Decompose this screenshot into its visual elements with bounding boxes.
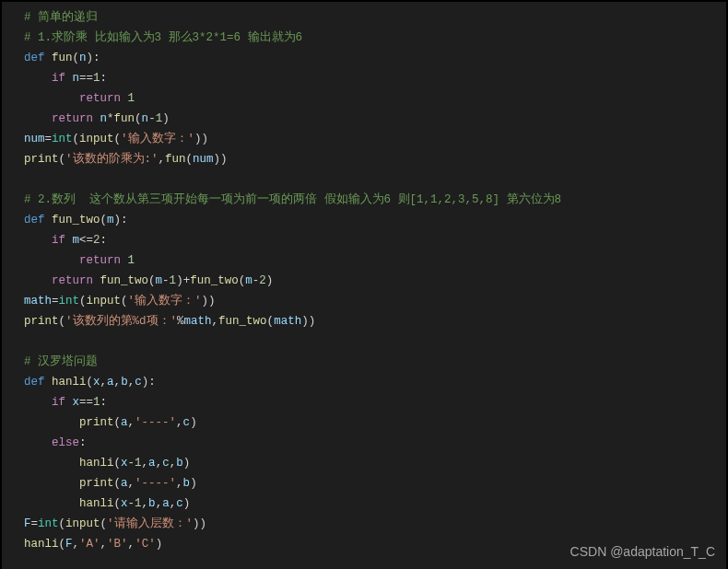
string: 'C' [135, 538, 156, 551]
param: n [79, 52, 87, 64]
func-call: hanli [79, 497, 114, 510]
code-line: if x==1: [24, 392, 726, 412]
builtin-print: print [24, 315, 59, 328]
builtin-int: int [52, 133, 73, 145]
kw-def: def [24, 214, 45, 226]
code-line: print(a,'----',b) [24, 473, 726, 494]
code-line: def fun_two(m): [24, 210, 726, 230]
string: '该数的阶乘为:' [65, 153, 159, 166]
number: 1 [128, 254, 135, 267]
var: b [183, 477, 191, 490]
func-call: fun [165, 153, 186, 166]
kw-def: def [24, 52, 45, 64]
kw-return: return [52, 112, 93, 125]
code-line: def hanli(x,a,b,c): [24, 372, 726, 392]
kw-if: if [52, 396, 65, 409]
func-call: hanli [24, 538, 59, 551]
func-call: fun_two [100, 274, 149, 287]
code-line: # 2.数列 这个数从第三项开始每一项为前一项的两倍 假如输入为6 则[1,1,… [24, 190, 726, 210]
number: 1 [135, 457, 142, 470]
var: math [184, 315, 212, 328]
comment: # 简单的递归 [24, 11, 98, 24]
code-line: print(a,'----',c) [24, 412, 726, 433]
var: b [148, 497, 156, 510]
string: '输入数字：' [128, 295, 202, 308]
number: 1 [135, 497, 142, 510]
number: 1 [93, 396, 100, 409]
number: 1 [128, 92, 135, 105]
var: F [24, 517, 31, 530]
kw-if: if [52, 234, 65, 247]
var: num [193, 153, 214, 166]
code-line: return 1 [24, 88, 726, 109]
var: num [24, 133, 45, 145]
func-name: fun_two [52, 214, 100, 226]
code-line: return fun_two(m-1)+fun_two(m-2) [24, 271, 726, 291]
var: c [176, 497, 183, 510]
var: a [162, 497, 170, 510]
builtin-print: print [79, 477, 114, 490]
func-call: fun [114, 112, 135, 125]
blank-line [24, 331, 726, 352]
blank-line [24, 169, 726, 190]
code-line: hanli(x-1,b,a,c) [24, 494, 726, 514]
param: m [107, 214, 114, 226]
code-line: # 简单的递归 [24, 7, 726, 28]
kw-else: else [52, 436, 79, 449]
string: 'B' [107, 538, 128, 551]
builtin-int: int [38, 517, 59, 530]
comment: # 汉罗塔问题 [24, 355, 98, 368]
code-line: F=int(input('请输入层数：')) [24, 514, 726, 534]
builtin-print: print [79, 416, 114, 429]
code-line: # 汉罗塔问题 [24, 352, 726, 372]
code-line: return n*fun(n-1) [24, 109, 726, 129]
builtin-print: print [24, 153, 59, 166]
func-call: hanli [79, 457, 114, 470]
param: x [93, 376, 100, 389]
kw-return: return [79, 254, 121, 267]
comment: # 2.数列 这个数从第三项开始每一项为前一项的两倍 假如输入为6 则[1,1,… [24, 193, 561, 206]
number: 1 [93, 72, 100, 85]
code-line: else: [24, 433, 726, 453]
builtin-int: int [59, 295, 80, 308]
string: '请输入层数：' [107, 517, 193, 530]
kw-if: if [52, 72, 65, 85]
watermark: CSDN @adaptation_T_C [570, 541, 715, 562]
builtin-input: input [79, 133, 114, 145]
func-name: hanli [52, 376, 87, 389]
kw-return: return [52, 274, 93, 287]
code-editor: # 简单的递归 # 1.求阶乘 比如输入为3 那么3*2*1=6 输出就为6 d… [0, 0, 728, 569]
code-line: def fun(n): [24, 48, 726, 68]
func-call: fun_two [218, 315, 267, 328]
kw-def: def [24, 376, 45, 389]
var: math [274, 315, 301, 328]
number: 2 [93, 234, 100, 247]
string: 'A' [79, 538, 100, 551]
var: n [142, 112, 149, 125]
code-line: hanli(x-1,a,c,b) [24, 453, 726, 473]
var: m [73, 234, 80, 247]
code-line: num=int(input('输入数字：')) [24, 129, 726, 149]
number: 1 [170, 274, 177, 287]
var: c [162, 457, 170, 470]
var: a [121, 477, 128, 490]
code-line: if m<=2: [24, 230, 726, 250]
var: c [183, 416, 191, 429]
code-line: math=int(input('输入数字：')) [24, 291, 726, 311]
string: '----' [135, 416, 176, 429]
var: a [148, 457, 156, 470]
builtin-input: input [65, 517, 100, 530]
var: b [176, 457, 183, 470]
var: math [24, 295, 52, 308]
var: n [100, 112, 108, 125]
var: x [121, 457, 128, 470]
code-line: print('该数列的第%d项：'%math,fun_two(math)) [24, 311, 726, 331]
var: F [65, 538, 73, 551]
var: n [73, 72, 80, 85]
func-name: fun [52, 52, 73, 64]
param: a [107, 376, 114, 389]
string: '----' [135, 477, 176, 490]
number: 2 [259, 274, 266, 287]
comment: # 1.求阶乘 比如输入为3 那么3*2*1=6 输出就为6 [24, 31, 302, 44]
param: b [121, 376, 128, 389]
